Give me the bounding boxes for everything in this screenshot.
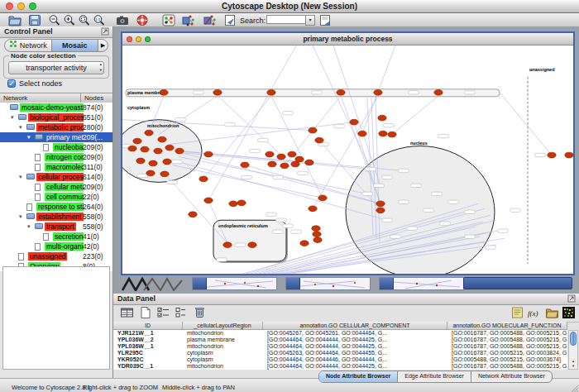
table-row[interactable]: YJR121W__1mitochondrion[GO:0045267, GO:0…	[113, 330, 567, 337]
tab-mosaic[interactable]: Mosaic	[51, 40, 98, 51]
network-overview-button[interactable]	[162, 14, 175, 26]
table-row[interactable]: YDR039C__1mitochondrion[GO:0044464, GO:0…	[113, 363, 567, 370]
search-input[interactable]	[266, 15, 306, 24]
disclosure-triangle-icon[interactable]: ▾	[19, 212, 22, 222]
tree-col-network[interactable]: Network	[3, 93, 27, 103]
matrix-view-button[interactable]	[562, 306, 576, 319]
zoom-selected-button[interactable]	[78, 14, 91, 26]
select-nodes-row[interactable]: ✓ Select nodes	[7, 79, 62, 88]
export-image-button[interactable]	[116, 14, 129, 26]
help-button[interactable]	[136, 14, 149, 26]
save-session-button[interactable]	[28, 14, 41, 26]
tree-row-label: macromolecule me	[45, 163, 84, 171]
minimized-window-titlebar	[286, 278, 300, 289]
float-panel-icon[interactable]	[567, 294, 576, 303]
tree-row-biological_process[interactable]: ▾biological_process651(0)	[0, 112, 112, 122]
network-window-title: primary metabolic process	[122, 33, 573, 45]
new-attribute-button[interactable]	[138, 306, 152, 319]
table-scrollbar[interactable]: ▴ ▾	[568, 330, 578, 370]
tree-row-secretion[interactable]: secretion41(0)	[0, 232, 112, 241]
show-attributes-button[interactable]	[120, 306, 134, 319]
select-nodes-checkbox[interactable]: ✓	[7, 79, 16, 88]
tree-row-unassigned[interactable]: unassigned223(0)	[0, 251, 112, 261]
column-header[interactable]: _cellularLayoutRegion	[183, 322, 263, 330]
window-titlebar[interactable]: Cytoscape Desktop (New Session)	[0, 0, 579, 13]
network-node	[280, 163, 289, 169]
minimized-window[interactable]	[192, 277, 277, 290]
import-attributes-button[interactable]	[545, 306, 559, 319]
tree-row-transport[interactable]: ▾transport558(0)	[0, 222, 112, 232]
tree-row-response-to-stimulus[interactable]: response to stimulus264(0)	[0, 202, 112, 212]
open-session-button[interactable]	[8, 14, 22, 26]
tab-node-attribute-browser[interactable]: Node Attribute Browser	[319, 371, 398, 382]
tree-row-primary-metabolic-process[interactable]: ▾primary metabolic process209(...	[0, 132, 112, 142]
tree-row-node-count: 209(0)	[83, 182, 103, 192]
node-color-dropdown[interactable]: transporter activity ▴▾	[8, 61, 104, 74]
table-row[interactable]: YPL036W__2plasma membrane[GO:0044464, GO…	[113, 337, 567, 343]
disclosure-triangle-icon[interactable]: ▾	[19, 122, 22, 132]
network-view-window[interactable]: primary metabolic process plasma membran…	[121, 31, 575, 275]
groupbox-title: Node color selection	[9, 52, 78, 60]
resize-grip[interactable]	[570, 384, 578, 392]
column-header[interactable]: annotation.GO MOLECULAR_FUNCTION	[447, 322, 567, 330]
tree-row-node-count: 311(0)	[83, 162, 103, 172]
tab-edge-attribute-browser[interactable]: Edge Attribute Browser	[398, 371, 471, 382]
tree-row-metabolic-process[interactable]: ▾metabolic process280(0)	[0, 122, 112, 132]
minimized-window-titlebar	[380, 278, 394, 289]
annotation-page-button[interactable]	[318, 14, 332, 26]
tree-row-multi-organism-pro[interactable]: multi-organism pro42(0)	[0, 241, 112, 251]
birds-eye-view-panel[interactable]	[2, 266, 110, 370]
disclosure-triangle-icon[interactable]: ▾	[11, 112, 14, 122]
tree-row-cellular-metabolic[interactable]: cellular metabolic209(0)	[0, 182, 112, 192]
folder-icon	[10, 104, 18, 110]
network-window-titlebar[interactable]: primary metabolic process	[122, 33, 573, 45]
search-label: Search:	[240, 17, 266, 25]
column-header[interactable]: annotation.GO CELLULAR_COMPONENT	[263, 322, 447, 330]
table-cell: [GO:0005488, GO:0005215, GO:0003674]	[447, 356, 567, 363]
tree-row-label: response to stimulus	[36, 203, 84, 211]
zoom-in-button[interactable]	[63, 14, 76, 26]
tab-network-attribute-browser[interactable]: Network Attribute Browser	[471, 371, 552, 382]
zoom-fit-button[interactable]: 1:1	[93, 14, 106, 26]
file-icon	[35, 164, 41, 171]
scrollbar-thumb[interactable]	[570, 332, 577, 346]
network-node	[199, 176, 208, 182]
minimized-window-bar[interactable]	[463, 277, 572, 289]
tree-row-label: nitrogen compoun	[45, 153, 84, 161]
tree-row-establishment-of-loc[interactable]: ▾establishment of loc558(0)	[0, 212, 112, 222]
tree-row-cell-communication[interactable]: cell communication22(0)	[0, 192, 112, 202]
annotation-tool-button[interactable]	[223, 14, 237, 26]
minimized-window-preview	[207, 278, 276, 289]
tree-row-cellular-process[interactable]: ▾cellular process614(0)	[0, 172, 112, 182]
formula-builder-button[interactable]: f(x)	[527, 306, 541, 319]
create-network-view-button[interactable]	[182, 14, 195, 26]
minimized-window[interactable]	[379, 277, 464, 290]
tree-row-macromolecule-me[interactable]: macromolecule me311(0)	[0, 162, 112, 172]
disclosure-triangle-icon[interactable]: ▾	[27, 222, 31, 232]
tab-overflow-arrow[interactable]: ▶	[98, 40, 108, 51]
node-label-pill	[273, 230, 284, 233]
float-panel-icon[interactable]	[101, 27, 109, 36]
minimized-window[interactable]	[285, 277, 371, 290]
tree-row-nucleobase-contain[interactable]: nucleobase-contain209(0)	[0, 142, 112, 152]
tree-row-mosaic-demo-yeast[interactable]: mosaic-demo-yeast874(0)	[0, 103, 112, 112]
tree-row-nitrogen-compoun[interactable]: nitrogen compoun209(0)	[0, 152, 112, 162]
tree-col-nodes[interactable]: Nodes	[80, 93, 103, 103]
table-row[interactable]: YKR052Ccytoplasm[GO:0044464, GO:0044446,…	[113, 356, 567, 363]
disclosure-triangle-icon[interactable]: ▾	[19, 172, 22, 182]
table-row[interactable]: YLR295Ccytoplasm[GO:0045263, GO:0044464,…	[113, 350, 567, 356]
zoom-out-button[interactable]	[48, 14, 61, 26]
table-row[interactable]: YPL036W__1mitochondrion[GO:0044464, GO:0…	[113, 343, 567, 350]
network-canvas[interactable]: plasma membranecytoplasmmitochondrionnuc…	[122, 45, 573, 274]
attribute-label-button[interactable]	[510, 306, 524, 319]
destroy-network-view-button[interactable]	[203, 14, 217, 26]
tab-network[interactable]: Network	[5, 40, 51, 51]
table-cell: [GO:0016787, GO:0005488, GO:0005215, G..…	[447, 330, 567, 337]
delete-attribute-button[interactable]	[193, 306, 207, 319]
select-all-attributes-button[interactable]	[156, 306, 170, 319]
scroll-down-arrow[interactable]: ▾	[569, 363, 577, 368]
disclosure-triangle-icon[interactable]: ▾	[27, 132, 31, 142]
search-dropdown-button[interactable]: ▾	[305, 15, 315, 26]
unselect-all-attributes-button[interactable]	[174, 306, 188, 319]
column-header[interactable]: ID	[113, 322, 183, 330]
